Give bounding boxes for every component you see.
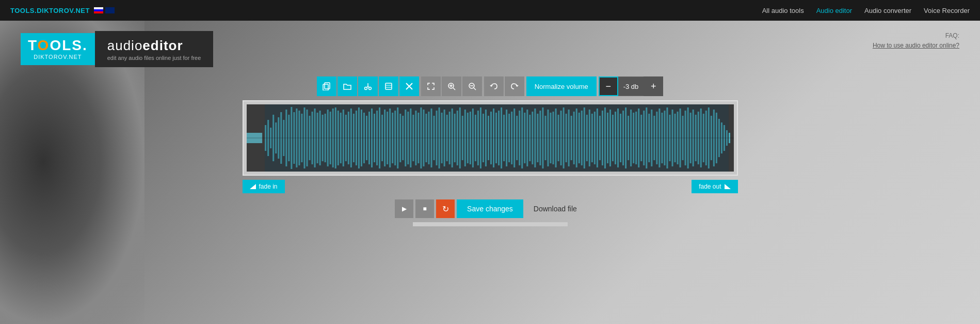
delete-button[interactable] [399, 76, 419, 96]
redo-button[interactable] [505, 76, 524, 96]
zoom-out-button[interactable] [462, 76, 482, 96]
save-button[interactable]: Save changes [457, 199, 523, 218]
nav-links: All audio tools Audio editor Audio conve… [762, 7, 970, 14]
logo-tools-text: TOOLS. [28, 38, 88, 53]
zoom-in-button[interactable] [442, 76, 461, 96]
progress-bar-wrapper [413, 222, 568, 226]
audioeditor-subtitle: edit any audio files online just for fre… [107, 55, 201, 61]
toolbar-group-history [484, 76, 524, 96]
flag-russian[interactable] [94, 7, 103, 13]
trim-button[interactable] [379, 76, 398, 96]
volume-plus-button[interactable]: + [644, 76, 663, 96]
svg-marker-203 [250, 184, 256, 189]
fade-out-button[interactable]: fade out [692, 180, 737, 193]
logo-box: TOOLS. DIKTOROV.NET [21, 33, 95, 65]
waveform-display[interactable] [247, 104, 734, 172]
zoom-in-icon [447, 82, 456, 90]
redo-icon [510, 83, 519, 90]
undo-button[interactable] [484, 76, 504, 96]
svg-line-17 [474, 88, 476, 90]
faq-link[interactable]: How to use audio editor online? [873, 42, 959, 49]
svg-rect-0 [325, 83, 330, 89]
download-button[interactable]: Download file [525, 199, 585, 218]
folder-icon [343, 83, 351, 90]
fade-in-label: fade in [259, 183, 278, 190]
waveform-svg [247, 104, 734, 172]
stop-button[interactable]: ■ [415, 199, 434, 218]
faq-area: FAQ: How to use audio editor online? [873, 31, 959, 51]
copy-icon [323, 82, 331, 90]
audioeditor-title-light: audio [107, 38, 143, 53]
flag-english[interactable] [105, 7, 115, 13]
svg-point-2 [364, 87, 367, 90]
fullscreen-icon [427, 83, 435, 90]
audioeditor-title: audioeditor [107, 38, 201, 54]
language-flags [94, 7, 115, 13]
top-navigation: TOOLS.DIKTOROV.NET All audio tools Audio… [0, 0, 980, 21]
header-row: TOOLS. DIKTOROV.NET audioeditor edit any… [0, 31, 980, 67]
refresh-button[interactable]: ↻ [436, 199, 455, 218]
normalize-button[interactable]: Normalize volume [526, 76, 597, 96]
play-button[interactable]: ▶ [395, 199, 413, 218]
svg-marker-204 [725, 184, 731, 189]
playback-controls: ▶ ■ ↻ Save changes Download file [395, 199, 585, 218]
svg-rect-1 [323, 84, 328, 90]
volume-minus-button[interactable]: − [599, 76, 618, 96]
svg-rect-7 [385, 83, 392, 89]
editor-container: Normalize volume − -3 db + [243, 76, 738, 226]
scissors-icon [364, 82, 372, 90]
brand-logo: TOOLS.DIKTOROV.NET [10, 7, 115, 14]
delete-icon [406, 83, 413, 90]
logo-area: TOOLS. DIKTOROV.NET audioeditor edit any… [21, 31, 213, 67]
zoom-out-icon [468, 82, 476, 90]
logo-slash: O [38, 37, 50, 53]
nav-audio-converter[interactable]: Audio converter [864, 7, 911, 14]
svg-line-5 [368, 86, 369, 87]
fade-controls: fade in fade out [243, 180, 738, 193]
nav-audio-editor[interactable]: Audio editor [816, 7, 852, 14]
volume-control: − -3 db + [599, 76, 664, 96]
undo-icon [490, 83, 498, 90]
logo-diktorov: DIKTOROV.NET [34, 54, 82, 60]
waveform-wrapper [243, 100, 738, 176]
svg-point-3 [368, 87, 371, 90]
main-content: TOOLS. DIKTOROV.NET audioeditor edit any… [0, 21, 980, 226]
nav-all-audio-tools[interactable]: All audio tools [762, 7, 804, 14]
toolbar-group-file [317, 76, 419, 96]
audioeditor-box: audioeditor edit any audio files online … [95, 31, 214, 67]
nav-voice-recorder[interactable]: Voice Recorder [924, 7, 970, 14]
brand-url: TOOLS.DIKTOROV.NET [10, 7, 90, 14]
svg-rect-202 [265, 104, 729, 172]
stop-icon: ■ [423, 205, 426, 212]
volume-db-display: -3 db [618, 76, 644, 96]
copy-button[interactable] [317, 76, 336, 96]
audioeditor-title-bold: editor [142, 38, 183, 53]
svg-line-13 [453, 88, 455, 90]
trim-icon [384, 82, 393, 90]
refresh-icon: ↻ [442, 204, 449, 214]
fade-out-icon [725, 184, 731, 189]
fade-in-button[interactable]: fade in [243, 180, 285, 193]
faq-label: FAQ: [873, 31, 959, 41]
cut-button[interactable] [358, 76, 378, 96]
play-icon: ▶ [402, 205, 407, 212]
open-button[interactable] [338, 76, 357, 96]
fullscreen-button[interactable] [421, 76, 441, 96]
toolbar: Normalize volume − -3 db + [243, 76, 738, 96]
toolbar-group-zoom [421, 76, 482, 96]
fade-out-label: fade out [699, 183, 721, 190]
fade-in-icon [250, 184, 256, 189]
